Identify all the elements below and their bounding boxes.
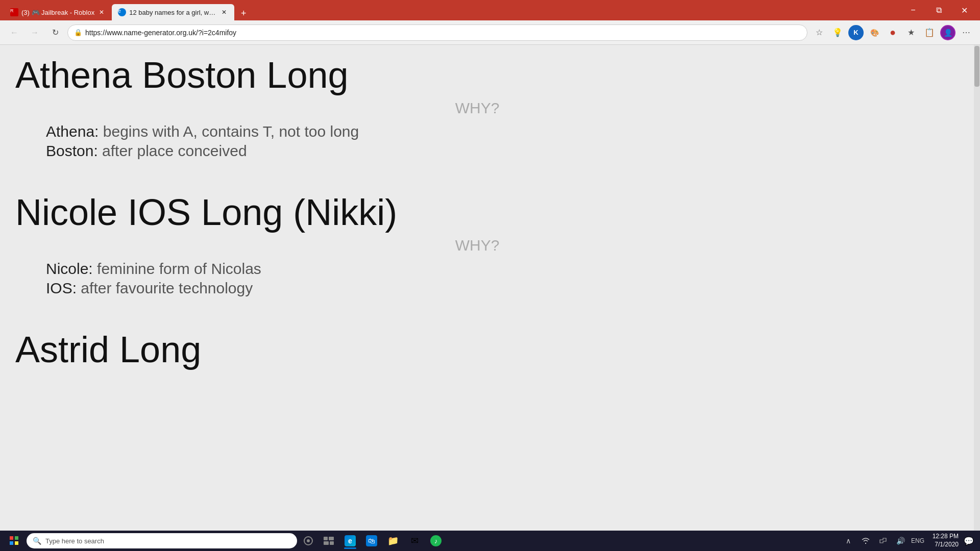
- tray-time[interactable]: 12:28 PM 7/1/2020: [928, 533, 959, 548]
- nicole-reason-2: IOS: after favourite technology: [46, 280, 939, 297]
- spotify-app-icon: ♪: [430, 535, 442, 546]
- url-text: https://www.name-generator.org.uk/?i=2c4…: [85, 29, 801, 37]
- date-display: 7/1/2020: [935, 541, 959, 549]
- svg-rect-4: [324, 541, 329, 545]
- tab-names-close[interactable]: ✕: [220, 8, 228, 16]
- taskbar-spotify[interactable]: ♪: [426, 532, 446, 550]
- scrollbar-thumb[interactable]: [974, 46, 979, 87]
- extension2-icon[interactable]: ●: [885, 25, 900, 40]
- mail-app-icon: ✉: [409, 535, 420, 546]
- collections2-icon[interactable]: 📋: [922, 25, 937, 40]
- profile-avatar[interactable]: 👤: [940, 25, 955, 40]
- boston-key: Boston:: [46, 142, 98, 159]
- start-square-2: [15, 536, 18, 540]
- section-athena: Athena Boston Long WHY? Athena: begins w…: [15, 55, 939, 160]
- close-button[interactable]: ✕: [952, 2, 976, 18]
- extension1-icon[interactable]: 🎨: [867, 25, 882, 40]
- nicole-reason-1: Nicole: feminine form of Nicolas: [46, 260, 939, 278]
- restore-button[interactable]: ⧉: [927, 2, 950, 18]
- lock-icon: 🔒: [74, 29, 82, 36]
- taskbar-explorer[interactable]: 📁: [383, 532, 403, 550]
- edge-app-icon: e: [345, 535, 356, 546]
- athena-name-heading: Athena Boston Long: [15, 55, 939, 95]
- window-controls: − ⧉ ✕: [901, 2, 976, 18]
- k-extension-icon[interactable]: K: [848, 25, 864, 40]
- cortana-icon: [303, 536, 313, 546]
- forward-button[interactable]: →: [27, 24, 43, 41]
- task-view-icon: [324, 537, 334, 545]
- settings-icon[interactable]: ⋯: [959, 25, 974, 40]
- ios-key: IOS:: [46, 280, 77, 296]
- taskbar-mail[interactable]: ✉: [404, 532, 425, 550]
- boston-value: after place conceived: [102, 142, 247, 159]
- taskbar-edge[interactable]: e: [340, 532, 360, 550]
- tab-roblox-close[interactable]: ✕: [97, 8, 106, 16]
- minimize-button[interactable]: −: [901, 2, 925, 18]
- names-favicon: e: [118, 8, 126, 16]
- page-content: Athena Boston Long WHY? Athena: begins w…: [0, 45, 980, 531]
- refresh-button[interactable]: ↻: [47, 24, 63, 41]
- search-icon: 🔍: [33, 537, 41, 545]
- tab-names-label: 12 baby names for a girl, which o...: [129, 9, 217, 16]
- svg-rect-3: [329, 537, 334, 540]
- back-button[interactable]: ←: [6, 24, 22, 41]
- start-square-1: [10, 536, 13, 540]
- new-tab-button[interactable]: +: [236, 6, 251, 20]
- athena-key-1: Athena:: [46, 123, 99, 140]
- start-square-3: [10, 541, 13, 545]
- address-bar[interactable]: 🔒 https://www.name-generator.org.uk/?i=2…: [67, 24, 807, 41]
- athena-why-label: WHY?: [15, 99, 939, 117]
- taskbar-store[interactable]: 🛍: [361, 532, 382, 550]
- system-tray: ∧ 🔊 ENG 12:28 PM 7/1/2020 💬: [841, 533, 976, 548]
- tab-roblox-label: (3) 🎮 Jailbreak - Roblox: [21, 9, 94, 16]
- volume-icon[interactable]: 🔊: [893, 534, 908, 548]
- collections-icon[interactable]: ★: [903, 25, 919, 40]
- taskbar: 🔍 Type here to search e 🛍 📁: [0, 531, 980, 551]
- svg-point-1: [307, 539, 310, 542]
- explorer-app-icon: 📁: [387, 535, 399, 546]
- favorites-icon[interactable]: ☆: [812, 25, 827, 40]
- network-icon[interactable]: [876, 534, 890, 548]
- tab-roblox[interactable]: R (3) 🎮 Jailbreak - Roblox ✕: [4, 4, 112, 20]
- taskbar-apps: e 🛍 📁 ✉ ♪: [340, 532, 839, 550]
- tabs-area: R (3) 🎮 Jailbreak - Roblox ✕ e 12 baby n…: [4, 0, 897, 20]
- reading-mode-icon[interactable]: 💡: [830, 25, 845, 40]
- athena-value-1: begins with A, contains T, not too long: [103, 123, 359, 140]
- nicole-value-1: feminine form of Nicolas: [97, 260, 261, 277]
- astrid-name-heading: Astrid Long: [15, 330, 939, 370]
- athena-reason-2: Boston: after place conceived: [46, 142, 939, 160]
- svg-rect-2: [324, 537, 328, 540]
- nav-bar: ← → ↻ 🔒 https://www.name-generator.org.u…: [0, 20, 980, 45]
- nicole-name-heading: Nicole IOS Long (Nikki): [15, 192, 939, 233]
- title-bar: R (3) 🎮 Jailbreak - Roblox ✕ e 12 baby n…: [0, 0, 980, 20]
- taskbar-search[interactable]: 🔍 Type here to search: [27, 533, 297, 548]
- task-view-button[interactable]: [320, 532, 338, 550]
- tab-names[interactable]: e 12 baby names for a girl, which o... ✕: [112, 4, 234, 20]
- start-button[interactable]: [4, 532, 24, 550]
- section-astrid: Astrid Long: [15, 330, 939, 370]
- windows-logo: [10, 536, 19, 545]
- cortana-button[interactable]: [299, 532, 317, 550]
- search-placeholder: Type here to search: [45, 537, 104, 545]
- nav-right-icons: ☆ 💡 K 🎨 ● ★ 📋 👤 ⋯: [812, 25, 974, 40]
- ios-value: after favourite technology: [81, 280, 253, 296]
- section-nicole: Nicole IOS Long (Nikki) WHY? Nicole: fem…: [15, 192, 939, 297]
- tray-up-arrow[interactable]: ∧: [841, 534, 855, 548]
- athena-reason-1: Athena: begins with A, contains T, not t…: [46, 123, 939, 140]
- store-app-icon: 🛍: [366, 535, 377, 546]
- svg-rect-5: [330, 541, 334, 545]
- nicole-why-label: WHY?: [15, 237, 939, 254]
- time-display: 12:28 PM: [933, 533, 959, 541]
- roblox-favicon: R: [10, 8, 18, 16]
- language-icon[interactable]: ENG: [911, 534, 925, 548]
- start-square-4: [15, 541, 18, 545]
- notification-button[interactable]: 💬: [962, 534, 976, 548]
- wifi-icon[interactable]: [859, 534, 873, 548]
- scrollbar[interactable]: [974, 45, 980, 531]
- nicole-key-1: Nicole:: [46, 260, 93, 277]
